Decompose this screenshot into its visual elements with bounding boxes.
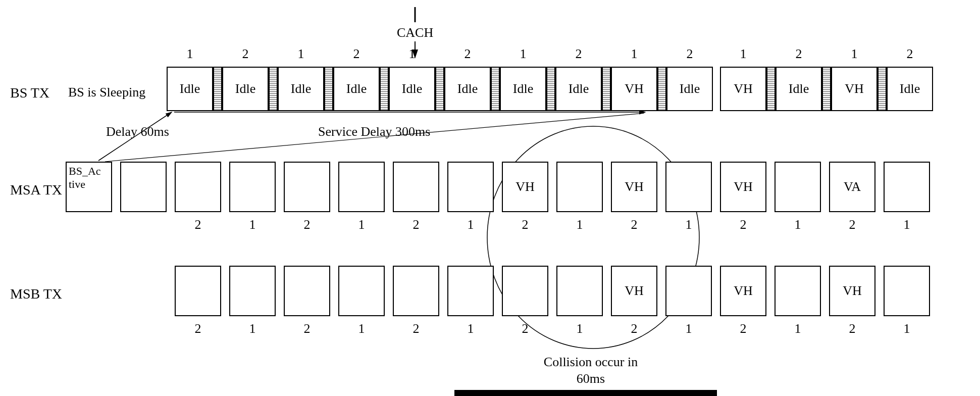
bs-slot-number: 2 xyxy=(904,46,916,62)
bs-slot-label: VH xyxy=(721,81,765,96)
bs-slot-label: VH xyxy=(832,81,876,96)
bs-slot: Idle xyxy=(222,67,269,111)
bs-gap xyxy=(657,67,666,111)
bs-slot-number: 1 xyxy=(406,46,418,62)
bs-slot: Idle xyxy=(389,67,435,111)
msb-slot-number: 1 xyxy=(355,321,368,336)
msa-slot xyxy=(229,162,276,212)
bs-slot-label: Idle xyxy=(777,81,821,96)
bs-gap xyxy=(546,67,555,111)
msa-slot xyxy=(175,162,221,212)
msb-slot-number: 2 xyxy=(519,321,531,336)
bs-slot: Idle xyxy=(776,67,822,111)
bs-gap xyxy=(435,67,444,111)
bs-gap xyxy=(324,67,333,111)
msa-slot-label: VH xyxy=(612,179,656,194)
bs-slot-number: 2 xyxy=(239,46,251,62)
bs-slot-label: Idle xyxy=(334,81,379,96)
msb-slot-number: 2 xyxy=(410,321,422,336)
bs-slot-number: 1 xyxy=(848,46,860,62)
bs-slot: Idle xyxy=(167,67,213,111)
msa-slot-number: 1 xyxy=(574,217,586,232)
msa-slot: VH xyxy=(720,162,766,212)
msa-slot-number: 2 xyxy=(192,217,204,232)
msa-slot xyxy=(884,162,930,212)
bs-slot-number: 2 xyxy=(793,46,805,62)
msa-slot-number: 2 xyxy=(519,217,531,232)
bs-slot-label: Idle xyxy=(445,81,490,96)
msb-slot xyxy=(393,266,439,316)
msa-slot-number: 1 xyxy=(355,217,368,232)
row-label-msa-tx: MSA TX xyxy=(10,182,62,198)
msa-slot: BS_Ac tive xyxy=(66,162,112,212)
bs-slot: Idle xyxy=(666,67,713,111)
msa-slot-number: 1 xyxy=(465,217,477,232)
msa-slot-label: BS_Ac tive xyxy=(67,165,111,191)
bs-gap xyxy=(269,67,278,111)
msa-slot-number: 1 xyxy=(792,217,804,232)
collision-line1: Collision occur in xyxy=(510,355,672,370)
bs-slot-label: Idle xyxy=(667,81,712,96)
msb-slot-number: 1 xyxy=(901,321,913,336)
bs-slot: Idle xyxy=(444,67,491,111)
msa-slot xyxy=(665,162,712,212)
service-delay-label: Service Delay 300ms xyxy=(318,124,430,139)
msa-slot-label: VA xyxy=(830,179,874,194)
msa-slot xyxy=(393,162,439,212)
msb-slot-label: VH xyxy=(612,283,656,299)
bs-slot-label: Idle xyxy=(556,81,601,96)
msa-slot xyxy=(556,162,603,212)
bs-slot-label: Idle xyxy=(279,81,323,96)
msb-slot xyxy=(175,266,221,316)
msa-slot xyxy=(284,162,330,212)
msb-slot-number: 1 xyxy=(246,321,259,336)
msa-slot-label: VH xyxy=(721,179,765,194)
msb-slot xyxy=(556,266,603,316)
msb-slot-number: 2 xyxy=(846,321,858,336)
msb-slot-number: 1 xyxy=(574,321,586,336)
msa-slot-number: 2 xyxy=(846,217,858,232)
delay-60-label: Delay 60ms xyxy=(106,124,169,139)
bs-slot-number: 1 xyxy=(184,46,196,62)
msb-slot: VH xyxy=(611,266,657,316)
bs-slot-label: VH xyxy=(612,81,656,96)
bs-slot-number: 2 xyxy=(684,46,696,62)
msb-slot xyxy=(775,266,821,316)
msb-slot xyxy=(229,266,276,316)
msb-slot: VH xyxy=(720,266,766,316)
cach-label: CACH xyxy=(397,25,433,40)
bs-sleeping-label: BS is Sleeping xyxy=(68,85,145,100)
bs-slot: Idle xyxy=(333,67,380,111)
collision-bar xyxy=(454,390,717,396)
msb-slot xyxy=(884,266,930,316)
bs-slot-number: 1 xyxy=(517,46,529,62)
msb-slot: VH xyxy=(829,266,875,316)
bs-slot: Idle xyxy=(278,67,324,111)
bs-slot-label: Idle xyxy=(223,81,268,96)
bs-gap xyxy=(878,67,887,111)
msb-slot-number: 2 xyxy=(737,321,749,336)
msa-slot-number: 2 xyxy=(628,217,640,232)
bs-gap xyxy=(213,67,222,111)
bs-slot-label: Idle xyxy=(390,81,434,96)
bs-slot-label: Idle xyxy=(168,81,212,96)
row-label-msb-tx: MSB TX xyxy=(10,286,62,302)
collision-line2: 60ms xyxy=(510,371,672,386)
bs-slot-number: 2 xyxy=(573,46,585,62)
bs-slot: VH xyxy=(611,67,657,111)
bs-slot: Idle xyxy=(500,67,546,111)
msb-slot-number: 2 xyxy=(301,321,313,336)
msb-slot xyxy=(665,266,712,316)
msa-slot xyxy=(775,162,821,212)
msa-slot: VA xyxy=(829,162,875,212)
msb-slot-label: VH xyxy=(721,283,765,299)
bs-slot-number: 2 xyxy=(350,46,363,62)
msa-slot: VH xyxy=(502,162,548,212)
bs-slot-number: 2 xyxy=(461,46,474,62)
msb-slot-number: 1 xyxy=(683,321,695,336)
bs-slot-number: 1 xyxy=(737,46,749,62)
msb-slot-number: 2 xyxy=(628,321,640,336)
bs-gap xyxy=(602,67,611,111)
row-label-bs-tx: BS TX xyxy=(10,85,49,101)
bs-gap xyxy=(491,67,500,111)
